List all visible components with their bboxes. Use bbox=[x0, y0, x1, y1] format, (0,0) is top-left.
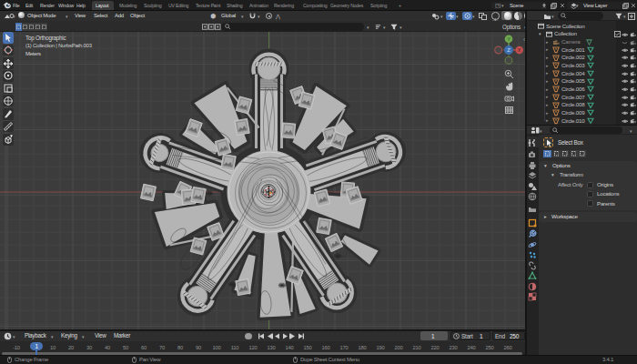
svg-text:X: X bbox=[518, 47, 521, 53]
svg-text:Z: Z bbox=[507, 47, 511, 53]
svg-text:Y: Y bbox=[507, 36, 511, 42]
